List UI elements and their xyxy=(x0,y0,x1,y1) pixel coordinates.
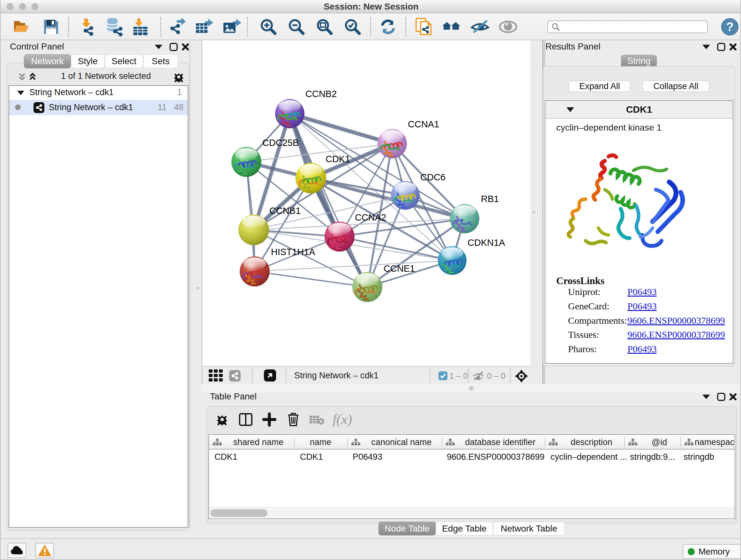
svg-text:CCNA1: CCNA1 xyxy=(408,119,439,129)
svg-text:RB1: RB1 xyxy=(481,194,499,204)
svg-text:CDK1: CDK1 xyxy=(326,154,350,164)
svg-text:CCNA2: CCNA2 xyxy=(355,212,386,223)
svg-text:CCNB2: CCNB2 xyxy=(306,89,337,99)
svg-text:CCNB1: CCNB1 xyxy=(269,206,300,216)
svg-text:HIST1H1A: HIST1H1A xyxy=(271,247,315,257)
svg-text:CDC25B: CDC25B xyxy=(262,138,299,148)
svg-text:CDKN1A: CDKN1A xyxy=(468,238,505,248)
svg-text:CCNE1: CCNE1 xyxy=(384,263,415,273)
svg-text:CDC6: CDC6 xyxy=(420,172,446,182)
